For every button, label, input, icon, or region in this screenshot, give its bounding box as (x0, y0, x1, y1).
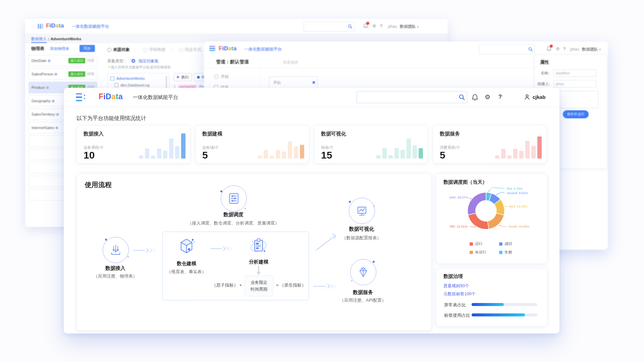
menu-icon[interactable] (209, 46, 215, 51)
stat-card-data-visualization[interactable]: 数据可视化 报表/个 15 (314, 125, 428, 164)
current-user[interactable]: cjkab (533, 94, 545, 100)
step-circle-icon (143, 48, 147, 52)
spark-bar (258, 156, 262, 159)
logo-letter: a (111, 92, 116, 101)
search-input[interactable] (479, 44, 535, 54)
search-input[interactable] (304, 21, 355, 32)
help-icon[interactable]: ? (563, 47, 566, 51)
spark-bar (419, 148, 423, 159)
spark-bar (507, 156, 512, 159)
search-icon[interactable] (348, 24, 352, 29)
sync-button[interactable]: 同步 (79, 45, 95, 52)
notifications-icon[interactable] (472, 94, 478, 102)
table-name: InternetSales (32, 126, 54, 130)
user-icon[interactable] (524, 94, 530, 102)
spark-bar (513, 149, 518, 159)
stat-card-data-access[interactable]: 数据接入 业务系统/个 10 (76, 125, 191, 164)
search-field[interactable] (357, 92, 458, 103)
legend-item[interactable]: 未运行 (470, 250, 499, 255)
formula-left: （原子指标） + (195, 282, 242, 288)
search-field[interactable] (479, 45, 529, 54)
governance-title: 数据治理 (443, 273, 463, 280)
collect-type-label: 采集类型： (107, 59, 127, 63)
stop-icon (197, 76, 200, 79)
run-button[interactable]: 执行 (174, 73, 192, 81)
palette-item-start[interactable]: 开始 (214, 74, 229, 79)
settings-icon[interactable]: ⚙ (556, 46, 560, 51)
description-field[interactable] (553, 91, 598, 108)
table-tag-icon (52, 100, 54, 102)
spark-bar (175, 146, 179, 159)
row-action-link[interactable]: 详情 (87, 72, 94, 76)
tree-root[interactable]: AdventureWorks (110, 76, 166, 80)
creator-field[interactable] (553, 80, 596, 87)
quality-rules-link[interactable]: 质量规则50个 (443, 283, 469, 289)
callout-dot (488, 190, 489, 191)
spark-bar (145, 148, 149, 159)
menu-icon[interactable] (38, 24, 43, 29)
flow-arrow-icon (133, 248, 158, 253)
notification-badge (550, 45, 553, 48)
stat-card-data-service[interactable]: 数据服务 消费系统/个 5 (433, 125, 547, 164)
step-circle-icon (179, 48, 183, 52)
spark-bar (181, 133, 185, 159)
tree-node[interactable]: dbo.DatabaseLog (110, 83, 166, 87)
table-tag-icon (56, 127, 58, 129)
table-row[interactable]: DimDate接入成功详情 (29, 55, 97, 66)
callout-dot (470, 198, 471, 199)
abnormal-ratio-label: 异常表占比 (444, 302, 466, 308)
step-3[interactable]: 同步方式 (179, 47, 202, 53)
ingest-label: 数据接入 (95, 265, 136, 272)
table-tag-icon (55, 73, 57, 75)
save-run-button[interactable]: 保存并运行 (563, 110, 589, 118)
legend-item[interactable]: 运行 (470, 241, 499, 246)
settings-icon[interactable]: ⚙ (485, 94, 490, 100)
settings-icon[interactable]: ⚙ (372, 23, 376, 28)
help-icon[interactable]: ? (380, 24, 382, 28)
legend-item[interactable]: 失败 (499, 250, 529, 255)
table-tag-icon (56, 113, 59, 116)
stat-card-data-modeling[interactable]: 数据建模 业务域/个 5 (195, 125, 309, 164)
search-input[interactable] (357, 91, 467, 103)
add-physical-table-link[interactable]: 添加物理表 (50, 46, 69, 51)
spark-bar (139, 156, 143, 159)
flow-arrow-icon (210, 246, 235, 251)
search-icon[interactable] (528, 47, 533, 52)
collect-type-option[interactable]: 指定对象集 (139, 59, 159, 63)
radio-selected-icon[interactable] (131, 59, 135, 63)
name-field[interactable] (553, 69, 596, 77)
help-icon[interactable]: ? (498, 94, 502, 100)
step-1[interactable]: 来源对象 (107, 47, 130, 53)
logo-letter: t (116, 92, 118, 101)
ingest-sub: （应用注册、物理表） (82, 273, 149, 279)
table-row[interactable]: SalesPerson接入成功详情 (29, 68, 97, 80)
note-star: ＊ (107, 65, 111, 69)
search-field[interactable] (304, 22, 350, 31)
search-icon[interactable] (459, 94, 465, 100)
breadcrumb-section[interactable]: 数据接入 (31, 37, 47, 43)
canvas-node-start[interactable]: 开始 (269, 76, 318, 88)
tag-usage-bar (472, 313, 537, 316)
governance-panel: 数据治理 质量规则50个 元数据标签100个 异常表占比 标签使用占比 (436, 268, 547, 326)
legend-item[interactable]: 成功 (499, 241, 529, 246)
legend-swatch (470, 242, 473, 246)
up-right-arrow-icon (314, 231, 341, 252)
progress-fill (472, 313, 525, 316)
metadata-tags-link[interactable]: 元数据标签100个 (443, 291, 476, 297)
row-action-link[interactable]: 详情 (87, 58, 94, 63)
node-port[interactable] (313, 81, 315, 84)
callout-dot (499, 225, 500, 226)
user-menu[interactable]: phau 数据团队 ▾ (388, 24, 419, 29)
tab-physical-table[interactable]: 物理表 (31, 46, 44, 52)
card-value: 5 (440, 149, 445, 161)
ingest-node (103, 237, 129, 263)
user-menu[interactable]: phau 数据团队 ▾ (570, 47, 601, 52)
notifications-icon[interactable] (547, 46, 551, 53)
callout-line (497, 192, 504, 194)
notifications-icon[interactable] (363, 23, 368, 30)
mini-bar-chart (139, 133, 185, 159)
mini-bar-chart (495, 133, 542, 159)
step-2[interactable]: 字段映射 (143, 47, 166, 53)
legend-label: 运行 (475, 241, 483, 246)
menu-icon[interactable] (76, 93, 86, 102)
